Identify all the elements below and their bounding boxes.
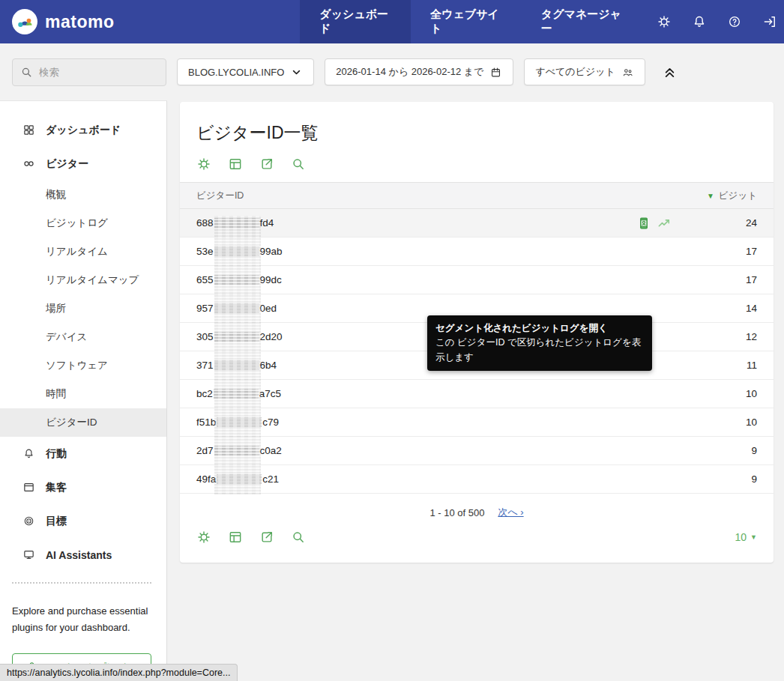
calendar-icon (489, 66, 502, 79)
date-range-label: 2026-01-14 から 2026-02-12 まで (336, 65, 483, 79)
tab-all-websites[interactable]: 全ウェブサイト (411, 0, 522, 43)
segment-users-icon (621, 66, 634, 79)
segmented-log-tooltip: セグメント化されたビジットログを開く この ビジターID で区切られたビジットロ… (427, 315, 652, 371)
browser-status-bar: https://analytics.lycolia.info/index.php… (0, 664, 238, 681)
site-selector[interactable]: BLOG.LYCOLIA.INFO (177, 58, 314, 85)
visitor-id-suffix: 99dc (260, 274, 282, 285)
col-visits-sort[interactable]: ▼ ビジット (707, 190, 757, 202)
filter-toolbar: BLOG.LYCOLIA.INFO 2026-01-14 から 2026-02-… (0, 43, 784, 100)
sidebar-item-ビジター[interactable]: ビジター (0, 147, 166, 181)
sidebar-item-ビジターID[interactable]: ビジターID (0, 408, 166, 437)
admin-gear-icon[interactable] (650, 7, 678, 36)
sidebar-item-label: 場所 (46, 302, 66, 315)
segmented-visit-log-icon[interactable] (657, 216, 672, 231)
report-settings-gear-icon[interactable] (196, 530, 211, 545)
sidebar-item-ダッシュボード[interactable]: ダッシュボード (0, 113, 166, 147)
sidebar-item-label: 集客 (46, 481, 67, 494)
sidebar-item-時間[interactable]: 時間 (0, 380, 166, 408)
visits-count: 9 (727, 473, 757, 485)
sidebar-item-ソフトウェア[interactable]: ソフトウェア (0, 351, 166, 380)
table-row[interactable]: 49fac219 (180, 465, 774, 494)
tab-tag-manager[interactable]: タグマネージャー (522, 0, 642, 43)
sidebar-item-label: リアルタイムマップ (46, 273, 139, 287)
sidebar-item-ビジットログ[interactable]: ビジットログ (0, 209, 166, 237)
tooltip-title: セグメント化されたビジットログを開く (435, 321, 644, 336)
visits-count: 24 (727, 217, 757, 228)
chevron-down-icon (290, 66, 303, 79)
report-export-icon[interactable] (259, 157, 274, 172)
visits-count: 17 (727, 274, 757, 285)
visitor-id-prefix: bc2 (196, 388, 213, 399)
visitor-id-suffix: 6b4 (260, 360, 277, 371)
sidebar-item-場所[interactable]: 場所 (0, 294, 166, 323)
help-icon[interactable] (720, 7, 749, 36)
table-row[interactable]: f51bc7910 (180, 408, 774, 437)
report-search-icon[interactable] (291, 157, 306, 172)
sidebar-item-リアルタイムマップ[interactable]: リアルタイムマップ (0, 266, 166, 294)
pagination: 1 - 10 of 500 次へ › (180, 494, 774, 522)
notifications-bell-icon[interactable] (685, 7, 714, 36)
marketplace-promo-text: Explore and purchase essential plugins f… (0, 603, 166, 635)
logout-icon[interactable] (756, 7, 784, 36)
sidebar-item-デバイス[interactable]: デバイス (0, 323, 166, 351)
dashboard-icon (22, 124, 35, 136)
collapse-toolbar-button[interactable] (662, 64, 678, 80)
table-row[interactable]: 688fd424 (180, 209, 774, 237)
acquisition-icon (22, 481, 35, 494)
goals-icon (22, 515, 35, 527)
visits-count: 11 (727, 360, 757, 371)
visits-count: 14 (727, 303, 757, 314)
visitor-id-prefix: 688 (196, 217, 214, 228)
visitor-id-report-card: ビジターID一覧 ビジターID ▼ ビジット 688fd42453e99ab17… (180, 102, 774, 563)
next-page-link[interactable]: 次へ › (498, 506, 523, 519)
visitor-id-prefix: f51b (196, 417, 216, 428)
report-table-icon[interactable] (228, 530, 243, 545)
sidebar-item-label: ビジター (46, 157, 88, 171)
sidebar: ダッシュボードビジター概観ビジットログリアルタイムリアルタイムマップ場所デバイス… (0, 100, 167, 681)
visitor-id-suffix: c79 (262, 417, 279, 428)
sidebar-item-label: デバイス (46, 330, 87, 344)
col-visitor-id[interactable]: ビジターID (196, 190, 244, 202)
search-box[interactable] (12, 58, 166, 86)
table-row[interactable]: bc2a7c510 (180, 380, 774, 408)
sidebar-item-行動[interactable]: 行動 (0, 437, 166, 470)
visitor-id-suffix: 99ab (260, 246, 283, 257)
visitor-id-cell: 9570ed (196, 303, 727, 314)
report-table-icon[interactable] (228, 157, 243, 172)
page-size-selector[interactable]: 10 ▼ (735, 531, 758, 543)
segment-label: すべてのビジット (535, 65, 615, 79)
visitor-id-cell: 49fac21 (196, 473, 727, 485)
censored-id-segment (217, 417, 262, 427)
segment-selector[interactable]: すべてのビジット (524, 58, 645, 85)
censored-id-segment (214, 446, 259, 455)
visitor-id-table: ビジターID ▼ ビジット 688fd42453e99ab1765599dc17… (180, 182, 774, 494)
report-search-icon[interactable] (291, 530, 306, 545)
visits-count: 17 (727, 246, 757, 257)
sidebar-item-目標[interactable]: 目標 (0, 504, 166, 538)
visitor-id-suffix: c21 (262, 473, 279, 485)
sidebar-item-AI Assistants[interactable]: AI Assistants (0, 538, 166, 572)
sidebar-item-集客[interactable]: 集客 (0, 470, 166, 504)
pagination-range: 1 - 10 of 500 (429, 507, 484, 518)
sidebar-item-label: ソフトウェア (46, 359, 108, 372)
matomo-brand[interactable]: matomo (0, 0, 181, 43)
censored-id-segment (214, 303, 259, 313)
date-range-selector[interactable]: 2026-01-14 から 2026-02-12 まで (325, 58, 513, 85)
sidebar-item-label: ダッシュボード (46, 124, 121, 137)
report-settings-gear-icon[interactable] (196, 157, 211, 172)
sidebar-item-label: 行動 (46, 447, 67, 461)
table-row[interactable]: 53e99ab17 (180, 237, 774, 266)
table-row[interactable]: 65599dc17 (180, 266, 774, 294)
table-row[interactable]: 2d7c0a29 (180, 437, 774, 465)
sidebar-item-概観[interactable]: 概観 (0, 181, 166, 209)
report-export-icon[interactable] (259, 530, 274, 545)
visitor-id-suffix: 0ed (260, 303, 277, 314)
search-input[interactable] (39, 67, 151, 78)
censored-id-segment (214, 218, 259, 228)
visitor-profile-icon[interactable] (636, 216, 651, 231)
visitor-id-suffix: c0a2 (260, 445, 282, 456)
tab-dashboard[interactable]: ダッシュボード (300, 0, 411, 43)
visitor-id-cell: 65599dc (196, 274, 727, 285)
row-actions (636, 216, 672, 231)
sidebar-item-リアルタイム[interactable]: リアルタイム (0, 237, 166, 266)
